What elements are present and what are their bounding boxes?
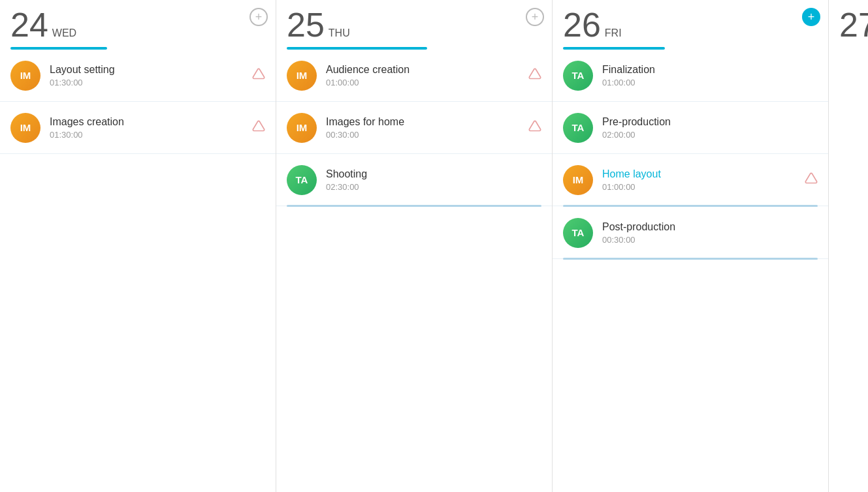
day-header-fri26: 26FRI+ (553, 0, 828, 50)
event-duration-shooting: 02:30:00 (326, 182, 541, 192)
event-title-images-creation: Images creation (50, 116, 243, 128)
event-info-post-production: Post-production00:30:00 (602, 221, 818, 245)
event-info-home-layout: Home layout01:00:00 (602, 168, 796, 192)
event-duration-finalization: 01:00:00 (602, 78, 818, 87)
add-event-button-thu25[interactable]: + (526, 8, 544, 26)
event-info-finalization: Finalization01:00:00 (602, 64, 818, 87)
avatar-layout-setting: IM (10, 61, 40, 91)
day-header-top-thu25: 25THU (287, 8, 541, 42)
event-duration-home-layout: 01:00:00 (602, 182, 796, 192)
day-events-fri26: TAFinalization01:00:00TAPre-production02… (553, 50, 828, 492)
day-column-sat27: 27 (829, 0, 868, 492)
avatar-images-creation: IM (10, 113, 40, 143)
avatar-shooting: TA (287, 165, 317, 195)
event-title-layout-setting: Layout setting (50, 64, 243, 76)
day-number-wed24: 24 (10, 8, 48, 42)
calendar-grid: 24WED+IMLayout setting01:30:00IMImages c… (0, 0, 868, 492)
event-cell-post-production[interactable]: TAPost-production00:30:00 (553, 207, 828, 259)
warning-icon-layout-setting (252, 67, 265, 84)
event-progress-bar-shooting (287, 205, 541, 207)
day-name-thu25: THU (329, 27, 350, 39)
event-title-finalization: Finalization (602, 64, 818, 76)
warning-icon-audience-creation (528, 67, 541, 84)
day-number-sat27: 27 (839, 8, 868, 42)
event-cell-finalization[interactable]: TAFinalization01:00:00 (553, 50, 828, 102)
day-number-fri26: 26 (563, 8, 601, 42)
event-duration-post-production: 00:30:00 (602, 235, 818, 245)
event-cell-layout-setting[interactable]: IMLayout setting01:30:00 (0, 50, 276, 102)
day-header-top-fri26: 26FRI (563, 8, 818, 42)
event-duration-pre-production: 02:00:00 (602, 130, 818, 140)
day-name-fri26: FRI (605, 27, 622, 39)
event-duration-layout-setting: 01:30:00 (50, 78, 243, 87)
event-info-images-creation: Images creation01:30:00 (50, 116, 243, 140)
day-progress-thu25 (287, 47, 427, 50)
event-cell-images-for-home[interactable]: IMImages for home00:30:00 (276, 102, 552, 154)
event-title-shooting: Shooting (326, 168, 541, 180)
add-event-button-wed24[interactable]: + (249, 8, 268, 26)
warning-icon-images-for-home (528, 119, 541, 136)
event-title-images-for-home: Images for home (326, 116, 519, 128)
avatar-audience-creation: IM (287, 61, 317, 91)
event-cell-home-layout[interactable]: IMHome layout01:00:00 (553, 154, 828, 206)
day-column-wed24: 24WED+IMLayout setting01:30:00IMImages c… (0, 0, 276, 492)
day-column-fri26: 26FRI+TAFinalization01:00:00TAPre-produc… (553, 0, 829, 492)
day-column-thu25: 25THU+IMAudience creation01:00:00IMImage… (276, 0, 553, 492)
event-cell-images-creation[interactable]: IMImages creation01:30:00 (0, 102, 276, 154)
day-header-thu25: 25THU+ (276, 0, 552, 50)
avatar-images-for-home: IM (287, 113, 317, 143)
event-duration-images-for-home: 00:30:00 (326, 130, 519, 140)
event-title-post-production: Post-production (602, 221, 818, 233)
event-title-pre-production: Pre-production (602, 116, 818, 128)
warning-icon-images-creation (252, 119, 265, 136)
event-duration-audience-creation: 01:00:00 (326, 78, 519, 87)
avatar-pre-production: TA (563, 113, 593, 143)
day-name-wed24: WED (52, 27, 76, 39)
event-title-home-layout: Home layout (602, 168, 796, 180)
event-info-pre-production: Pre-production02:00:00 (602, 116, 818, 140)
event-progress-bar-post-production (563, 258, 818, 260)
event-info-shooting: Shooting02:30:00 (326, 168, 541, 192)
day-events-thu25: IMAudience creation01:00:00IMImages for … (276, 50, 552, 492)
day-header-sat27: 27 (829, 0, 868, 42)
event-cell-pre-production[interactable]: TAPre-production02:00:00 (553, 102, 828, 154)
avatar-home-layout: IM (563, 165, 593, 195)
event-info-audience-creation: Audience creation01:00:00 (326, 64, 519, 87)
day-number-thu25: 25 (287, 8, 325, 42)
day-header-top-wed24: 24WED (10, 8, 265, 42)
day-events-wed24: IMLayout setting01:30:00IMImages creatio… (0, 50, 276, 492)
event-cell-audience-creation[interactable]: IMAudience creation01:00:00 (276, 50, 552, 102)
day-progress-fri26 (563, 47, 665, 50)
event-duration-images-creation: 01:30:00 (50, 130, 243, 140)
event-info-layout-setting: Layout setting01:30:00 (50, 64, 243, 87)
day-header-wed24: 24WED+ (0, 0, 276, 50)
avatar-post-production: TA (563, 218, 593, 248)
event-cell-shooting[interactable]: TAShooting02:30:00 (276, 154, 552, 206)
day-progress-wed24 (10, 47, 107, 50)
add-event-button-fri26[interactable]: + (802, 8, 820, 26)
event-title-audience-creation: Audience creation (326, 64, 519, 76)
warning-icon-home-layout (805, 172, 818, 188)
avatar-finalization: TA (563, 61, 593, 91)
event-info-images-for-home: Images for home00:30:00 (326, 116, 519, 140)
